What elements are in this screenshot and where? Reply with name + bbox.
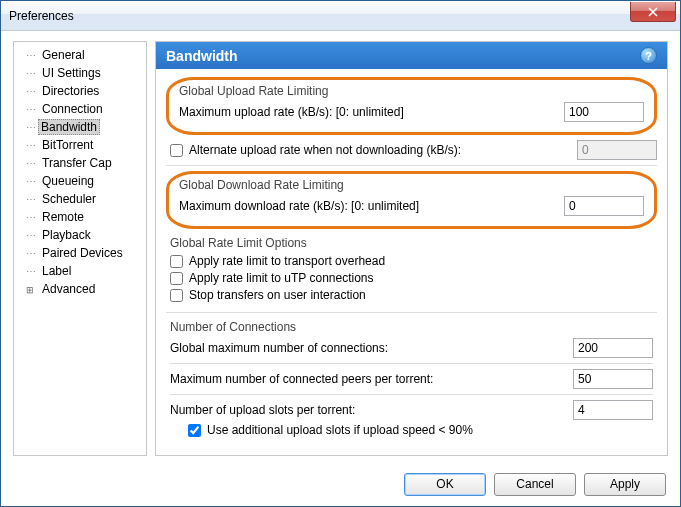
tree-item-label: Scheduler <box>38 191 100 207</box>
max-upload-row: Maximum upload rate (kB/s): [0: unlimite… <box>179 102 644 122</box>
peers-per-input[interactable] <box>573 369 653 389</box>
slots-per-input[interactable] <box>573 400 653 420</box>
tree-bullet-icon <box>26 266 35 277</box>
tree-bullet-icon <box>26 122 35 133</box>
max-download-input[interactable] <box>564 196 644 216</box>
tree-item-paired-devices[interactable]: Paired Devices <box>16 244 144 262</box>
utp-row: Apply rate limit to uTP connections <box>170 271 653 285</box>
titlebar[interactable]: Preferences <box>1 1 680 31</box>
options-group: Global Rate Limit Options Apply rate lim… <box>166 234 657 307</box>
tree-item-queueing[interactable]: Queueing <box>16 172 144 190</box>
tree-bullet-icon <box>26 86 35 97</box>
dialog-body: GeneralUI SettingsDirectoriesConnectionB… <box>1 31 680 462</box>
tree-bullet-icon <box>26 248 35 259</box>
separator <box>166 312 657 313</box>
alt-upload-input <box>577 140 657 160</box>
tree-bullet-icon <box>26 68 35 79</box>
connections-group-title: Number of Connections <box>170 320 653 334</box>
separator <box>170 394 653 395</box>
global-max-label: Global maximum number of connections: <box>170 341 573 355</box>
tree-item-label: Remote <box>38 209 88 225</box>
peers-per-row: Maximum number of connected peers per to… <box>170 369 653 389</box>
panel-body: Global Upload Rate Limiting Maximum uplo… <box>156 69 667 455</box>
tree-item-transfer-cap[interactable]: Transfer Cap <box>16 154 144 172</box>
download-group-title: Global Download Rate Limiting <box>179 178 644 192</box>
panel-header: Bandwidth ? <box>156 42 667 69</box>
tree-item-label: Bandwidth <box>38 119 100 135</box>
tree-item-connection[interactable]: Connection <box>16 100 144 118</box>
tree-item-bandwidth[interactable]: Bandwidth <box>16 118 144 136</box>
tree-item-label: Advanced <box>38 281 99 297</box>
tree-item-label: UI Settings <box>38 65 105 81</box>
upload-group-title: Global Upload Rate Limiting <box>179 84 644 98</box>
additional-slots-checkbox[interactable] <box>188 424 201 437</box>
max-download-label: Maximum download rate (kB/s): [0: unlimi… <box>179 199 564 213</box>
tree-item-label: Playback <box>38 227 95 243</box>
upload-group-highlight: Global Upload Rate Limiting Maximum uplo… <box>166 77 657 135</box>
tree-item-advanced[interactable]: Advanced <box>16 280 144 298</box>
alt-upload-row: Alternate upload rate when not downloadi… <box>166 140 657 160</box>
slots-per-row: Number of upload slots per torrent: <box>170 400 653 420</box>
max-upload-input[interactable] <box>564 102 644 122</box>
tree-item-scheduler[interactable]: Scheduler <box>16 190 144 208</box>
tree-item-bittorrent[interactable]: BitTorrent <box>16 136 144 154</box>
tree-item-label: Transfer Cap <box>38 155 116 171</box>
max-download-row: Maximum download rate (kB/s): [0: unlimi… <box>179 196 644 216</box>
tree-item-label: Queueing <box>38 173 98 189</box>
separator <box>170 363 653 364</box>
category-tree[interactable]: GeneralUI SettingsDirectoriesConnectionB… <box>13 41 147 456</box>
help-icon[interactable]: ? <box>640 47 657 64</box>
tree-bullet-icon <box>26 212 35 223</box>
max-upload-label: Maximum upload rate (kB/s): [0: unlimite… <box>179 105 564 119</box>
slots-per-label: Number of upload slots per torrent: <box>170 403 573 417</box>
peers-per-label: Maximum number of connected peers per to… <box>170 372 573 386</box>
options-group-title: Global Rate Limit Options <box>170 236 653 250</box>
tree-item-directories[interactable]: Directories <box>16 82 144 100</box>
additional-slots-label: Use additional upload slots if upload sp… <box>207 423 473 437</box>
connections-group: Number of Connections Global maximum num… <box>166 318 657 442</box>
window-title: Preferences <box>9 9 74 23</box>
ok-button[interactable]: OK <box>404 473 486 496</box>
overhead-checkbox[interactable] <box>170 255 183 268</box>
tree-bullet-icon <box>26 176 35 187</box>
overhead-label: Apply rate limit to transport overhead <box>189 254 385 268</box>
tree-item-general[interactable]: General <box>16 46 144 64</box>
apply-button[interactable]: Apply <box>584 473 666 496</box>
alt-upload-checkbox[interactable] <box>170 144 183 157</box>
settings-panel: Bandwidth ? Global Upload Rate Limiting … <box>155 41 668 456</box>
tree-item-playback[interactable]: Playback <box>16 226 144 244</box>
panel-title: Bandwidth <box>166 48 238 64</box>
additional-slots-row: Use additional upload slots if upload sp… <box>170 423 653 437</box>
close-icon <box>648 7 658 17</box>
tree-bullet-icon <box>26 50 35 61</box>
global-max-input[interactable] <box>573 338 653 358</box>
stop-label: Stop transfers on user interaction <box>189 288 366 302</box>
tree-bullet-icon <box>26 230 35 241</box>
tree-item-label: Label <box>38 263 75 279</box>
tree-item-label: Directories <box>38 83 103 99</box>
tree-item-label: Connection <box>38 101 107 117</box>
separator <box>166 165 657 166</box>
tree-bullet-icon <box>26 158 35 169</box>
tree-bullet-icon <box>26 194 35 205</box>
tree-item-ui-settings[interactable]: UI Settings <box>16 64 144 82</box>
tree-item-label: General <box>38 47 89 63</box>
utp-label: Apply rate limit to uTP connections <box>189 271 374 285</box>
tree-item-label: BitTorrent <box>38 137 97 153</box>
dialog-footer: OK Cancel Apply <box>1 462 680 506</box>
close-button[interactable] <box>630 2 676 22</box>
global-max-row: Global maximum number of connections: <box>170 338 653 358</box>
tree-bullet-icon <box>26 104 35 115</box>
expand-icon <box>26 284 35 295</box>
tree-item-label: Paired Devices <box>38 245 127 261</box>
tree-item-label[interactable]: Label <box>16 262 144 280</box>
cancel-button[interactable]: Cancel <box>494 473 576 496</box>
tree-bullet-icon <box>26 140 35 151</box>
preferences-window: Preferences GeneralUI SettingsDirectorie… <box>0 0 681 507</box>
stop-row: Stop transfers on user interaction <box>170 288 653 302</box>
tree-item-remote[interactable]: Remote <box>16 208 144 226</box>
download-group-highlight: Global Download Rate Limiting Maximum do… <box>166 171 657 229</box>
stop-checkbox[interactable] <box>170 289 183 302</box>
overhead-row: Apply rate limit to transport overhead <box>170 254 653 268</box>
utp-checkbox[interactable] <box>170 272 183 285</box>
